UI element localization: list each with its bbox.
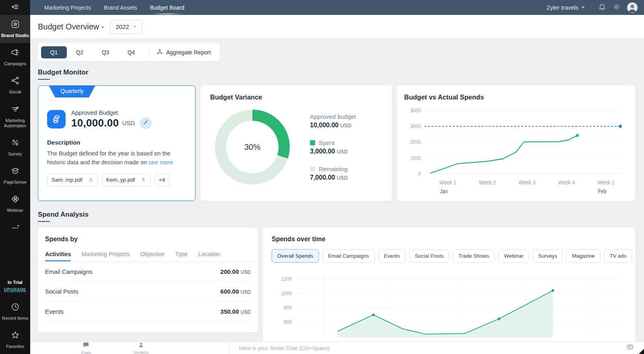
donut-percent-label: 30% (244, 143, 260, 152)
sidebar-item-favorites[interactable]: Favorites (0, 326, 30, 354)
filter-chip-tv-ads[interactable]: TV ads (604, 249, 632, 263)
app-sidebar: Brand Studio Campaigns Social Ma (0, 15, 30, 354)
svg-text:600: 600 (284, 319, 292, 325)
main-panel: Budget Overview - 2022 Q1Q2Q3Q4 (30, 15, 644, 354)
budget-vs-actual-title: Budget vs Actual Spends (404, 93, 628, 101)
variance-donut-chart: 30% (215, 110, 290, 184)
nav-item-marketing-projects[interactable]: Marketing Projects (38, 0, 97, 15)
spends-by-tab-type[interactable]: Type (175, 251, 188, 261)
sidebar-item-brand-studio[interactable]: Brand Studio (0, 15, 30, 43)
user-avatar[interactable] (627, 2, 638, 13)
quarter-tab-q1[interactable]: Q1 (41, 46, 67, 58)
spends-over-time-card: Spends over time Overall SpendsEmail Cam… (263, 228, 635, 348)
org-name: Zyler travels (547, 4, 578, 11)
approved-budget-label: Approved Budget (71, 109, 152, 116)
page-title: Budget Overview - (38, 22, 104, 31)
quarter-tab-q3[interactable]: Q3 (93, 46, 118, 58)
edit-budget-button[interactable] (140, 117, 152, 129)
approved-budget-amount: 10,000.00 (71, 117, 119, 129)
filter-chip-email-campaigns[interactable]: Email Campaigns (322, 249, 375, 263)
filter-chip-webinar[interactable]: Webinar (498, 249, 529, 263)
spend-filter-chips: Overall SpendsEmail CampaignsEventsSocia… (272, 249, 626, 263)
chat-widget-icon[interactable] (626, 344, 634, 352)
trial-status: In Trial (1, 280, 29, 285)
spends-by-title: Spends by (45, 236, 251, 243)
svg-text:1200: 1200 (281, 276, 292, 282)
divider (149, 47, 149, 58)
aggregate-report-button[interactable]: Aggregate Report (153, 46, 217, 59)
quarter-tab-q2[interactable]: Q2 (67, 46, 93, 58)
filter-chip-events[interactable]: Events (378, 249, 406, 263)
top-nav-tabs: Marketing Projects Brand Assets Budget B… (38, 0, 191, 15)
legend-spent: Spent 3,000.00 USD (310, 139, 356, 155)
pencil-icon (143, 120, 149, 126)
remaining-swatch (310, 166, 315, 172)
top-navigation: Marketing Projects Brand Assets Budget B… (0, 0, 644, 15)
spends-by-rows: Email Campaigns 200.00 USD Social Posts … (45, 262, 251, 322)
filter-chip-overall-spends[interactable]: Overall Spends (272, 249, 319, 263)
svg-text:Week 3: Week 3 (518, 179, 535, 186)
smart-chat-bar: Chats Contacts (30, 342, 644, 354)
spends-by-tab-location[interactable]: Location (198, 251, 220, 261)
download-icon[interactable] (141, 177, 146, 183)
download-icon[interactable] (88, 177, 93, 183)
sidebar-item-survey[interactable]: Survey (0, 133, 30, 161)
spends-by-tab-objective[interactable]: Objective (140, 251, 165, 261)
variance-legend: Approved budget 10,000.00 USD Spent 3,00… (310, 113, 356, 181)
bell-icon (598, 3, 606, 12)
top-nav-right: Zyler travels (547, 0, 644, 15)
nav-item-brand-assets[interactable]: Brand Assets (97, 0, 144, 15)
svg-text:0: 0 (418, 171, 421, 177)
sidebar-item-webinar[interactable]: Webinar (0, 190, 30, 218)
sidebar-item-social[interactable]: Social (0, 71, 30, 99)
svg-text:800: 800 (284, 305, 292, 311)
sidebar-item-campaigns[interactable]: Campaigns (0, 43, 30, 71)
heading-rule (38, 79, 50, 80)
sidebar-item-more[interactable] (0, 218, 30, 240)
filter-chip-magazine[interactable]: Magazine (566, 249, 600, 263)
upgrade-link[interactable]: UPGRADE (4, 287, 26, 292)
sidebar-spacer (0, 240, 30, 276)
budget-monitor-heading: Budget Monitor (38, 68, 635, 77)
more-attachments-chip[interactable]: +4 (155, 174, 169, 186)
filter-chip-social-posts[interactable]: Social Posts (409, 249, 450, 263)
title-band: Budget Overview - 2022 (30, 15, 644, 38)
spends-by-tab-marketing-projects[interactable]: Marketing Projects (81, 251, 130, 261)
svg-text:3000: 3000 (410, 124, 421, 130)
svg-text:2000: 2000 (410, 139, 421, 145)
spends-over-time-chart: 12001000800600 (272, 269, 626, 337)
filter-chip-surveys[interactable]: Surveys (533, 249, 563, 263)
quarterly-badge: Quarterly (49, 85, 95, 97)
budget-coin-icon (47, 110, 66, 128)
notifications-button[interactable] (598, 3, 606, 12)
settings-button[interactable] (613, 3, 621, 12)
chatbar-item-contacts[interactable]: Contacts (114, 342, 169, 354)
org-switcher[interactable]: Zyler travels (547, 4, 585, 11)
collapse-sidebar-button[interactable] (0, 0, 30, 15)
nav-item-budget-board[interactable]: Budget Board (143, 0, 191, 15)
filter-chip-trade-shows[interactable]: Trade Shows (453, 249, 495, 263)
pagesense-icon (10, 166, 20, 177)
currency-label: USD (122, 120, 135, 126)
smart-chat-input[interactable] (229, 342, 626, 354)
sidebar-item-marketing-automation[interactable]: Marketing Automation (0, 100, 30, 133)
sidebar-item-pagesense[interactable]: PageSense (0, 161, 30, 190)
quarter-tab-q4[interactable]: Q4 (118, 46, 144, 58)
see-more-link[interactable]: see more (149, 159, 173, 166)
marketing-automation-icon (10, 104, 20, 116)
spend-row-events: Events 350.00 USD (45, 302, 251, 322)
resize-corner (639, 349, 644, 354)
budget-vs-actual-card: Budget vs Actual Spends 3000300020001000… (397, 85, 635, 201)
quarterly-budget-card: Quarterly Approved Budget (38, 85, 196, 201)
chatbar-item-chats[interactable]: Chats (58, 342, 114, 354)
attachment-chip-item[interactable]: Kem..yp.pdf (102, 174, 151, 186)
year-dropdown[interactable]: 2022 (110, 20, 142, 34)
attachment-chip-item[interactable]: Sam..mp.pdf (47, 174, 98, 186)
selected-year: 2022 (116, 23, 129, 30)
sidebar-item-recent-items[interactable]: Recent Items (0, 298, 30, 326)
svg-text:Week 1: Week 1 (440, 179, 456, 186)
spends-by-tab-activities[interactable]: Activities (45, 251, 71, 261)
svg-text:Week 4: Week 4 (558, 179, 575, 186)
svg-text:Feb: Feb (598, 188, 606, 195)
svg-text:Week 1: Week 1 (598, 179, 615, 186)
